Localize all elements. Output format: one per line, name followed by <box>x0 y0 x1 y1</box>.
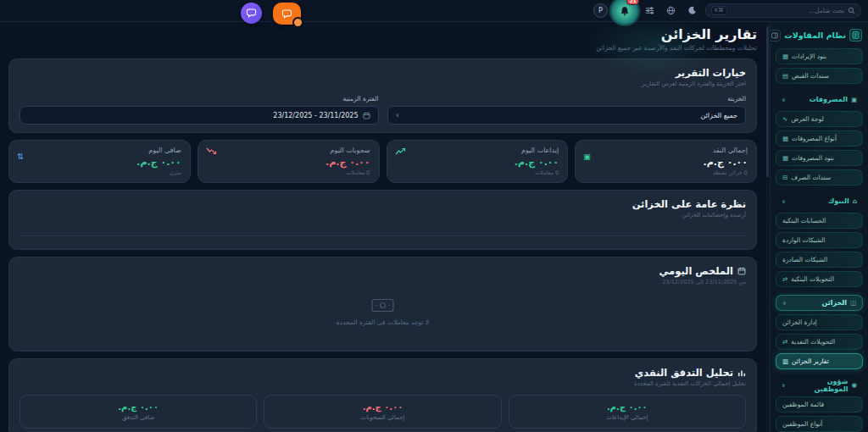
sidebar-entry[interactable]: ⇄ التحويلات البنكية ⇄ ∨ <box>776 271 863 287</box>
sidebar-entry-label: سندات الصرف <box>791 174 831 181</box>
trend-down-icon <box>206 147 217 156</box>
up-down-arrows-icon: ⇅ <box>17 152 24 161</box>
sidebar-entry-label: شؤون الموظفين <box>793 378 849 393</box>
settings-button[interactable] <box>642 3 657 19</box>
report-options-card: خيارات التقرير اختر الخزينة والفترة الزم… <box>8 58 757 133</box>
cash-flow-item: ٠.٠٠ ج.م. إجمالي السحوبات <box>264 395 501 429</box>
calendar-icon <box>737 267 746 275</box>
sidebar-entry[interactable]: إدارة الخزائن ∨ <box>776 314 863 330</box>
sidebar-entry-label: سندات القبض <box>792 72 829 80</box>
summary-range: من 23/11/2025 إلى 23/12/2025 <box>19 279 746 285</box>
scrollbar[interactable] <box>765 22 770 432</box>
stat-card: إيداعات اليوم ٠.٠٠ ج.م. 0 معاملات ▣ ⇅ <box>387 140 569 183</box>
bell-icon <box>620 6 630 16</box>
sidebar-entry-label: التحويلات البنكية <box>791 275 834 283</box>
sidebar-entry-label: لوحة العرض <box>791 115 823 123</box>
bar-chart-icon <box>737 368 746 377</box>
app: ⌘K 21 P نظام المقاولات <box>0 0 868 432</box>
treasuries-overview-card: نظرة عامة على الخزائن أرصدة وإحصائيات ال… <box>8 190 757 250</box>
date-range-input[interactable]: 23/11/2025 - 23/12/2025 <box>19 106 379 125</box>
page-subtitle: تحليلات ومخططات لحركات النقد والأرصدة عب… <box>8 44 757 52</box>
language-button[interactable] <box>663 3 678 19</box>
sidebar-entry[interactable]: قائمة الموظفين ∨ <box>776 396 863 413</box>
sidebar-entry[interactable]: ⇄ التحويلات النقدية ⇄ ∨ <box>776 334 863 350</box>
date-range-value: 23/11/2025 - 23/12/2025 <box>273 112 358 119</box>
sidebar-entry-label: المصروفات <box>810 96 848 103</box>
settings-sliders-icon <box>645 6 654 15</box>
notifications-button[interactable]: 21 <box>614 1 636 21</box>
period-field: الفترة الزمنية 23/11/2025 - 23/12/2025 <box>19 95 379 125</box>
summary-title: الملخص اليومي <box>659 265 733 277</box>
sidebar-entry[interactable]: الحسابات البنكية ∨ <box>776 213 863 229</box>
table-header <box>19 229 746 236</box>
cash-icon: ▣ <box>583 152 591 161</box>
calendar-icon <box>363 112 370 119</box>
sidebar-entry-label: تقارير الخزائن <box>792 357 829 365</box>
sidebar-entry[interactable]: الشيكات الصادرة ∨ <box>776 252 863 268</box>
chat-widget-button[interactable] <box>241 3 262 24</box>
cash-flow-value: ٠.٠٠ ج.م. <box>25 402 251 412</box>
search-input[interactable] <box>731 7 844 14</box>
sidebar-entry[interactable]: ⊟ سندات الصرف ⊟ ∨ <box>776 169 863 186</box>
treasury-selected-value: جميع الخزائن <box>700 112 737 119</box>
stat-label: إيداعات اليوم <box>396 147 559 154</box>
sidebar-entry-label: الخزائن <box>821 299 846 307</box>
sidebar-entry[interactable]: ∿ لوحة العرض ∿ ∨ <box>776 111 863 127</box>
sidebar-entry[interactable]: ▦ أنواع المصروفات ▦ ∨ <box>776 130 863 147</box>
table-body <box>19 236 746 241</box>
stat-subtext: متزن <box>18 169 181 176</box>
sidebar-entry[interactable]: الشيكات الواردة ∨ <box>776 232 863 248</box>
search-icon <box>848 7 855 14</box>
scrollbar-thumb[interactable] <box>766 26 769 177</box>
cash-flow-label: صافي التدفق <box>25 414 251 421</box>
sidebar-nav: ▦ بنود الإيرادات ▦ ∨ ▤ سندات القبض ▤ ∨ ▣… <box>775 48 864 432</box>
stat-subtext: 0 خزائن نشطة <box>584 169 748 176</box>
sidebar-entry[interactable]: ▥ تقارير الخزائن ▥ ∨ <box>776 353 863 369</box>
chevron-down-icon: ∨ <box>782 198 786 204</box>
sidebar-entry[interactable]: ◫ الخزائن ◫ ∨ <box>776 295 863 311</box>
sidebar-entry-label: الشيكات الواردة <box>782 236 825 244</box>
sidebar-entry[interactable]: ▤ سندات القبض ▤ ∨ <box>776 68 863 84</box>
sidebar-entry[interactable]: ⌂ البنوك ⌂ ∨ <box>776 193 863 209</box>
stat-value: ٠.٠٠ ج.م. <box>396 157 559 168</box>
sidebar-entry[interactable]: ▦ بنود المصروفات ▦ ∨ <box>776 150 863 166</box>
sidebar-entry[interactable]: أنواع الموظفين ∨ <box>776 416 863 432</box>
chat-bubble-icon <box>281 8 292 19</box>
main-content: تقارير الخزائن تحليلات ومخططات لحركات ال… <box>0 22 765 432</box>
sidebar-entry-label: أنواع الموظفين <box>782 420 822 428</box>
report-options-subtitle: اختر الخزينة والفترة الزمنية لعرض التقار… <box>19 80 746 87</box>
cash-flow-value: ٠.٠٠ ج.م. <box>270 402 495 412</box>
stat-card: إجمالي النقد ٠.٠٠ ج.م. 0 خزائن نشطة ▣ ⇅ <box>575 140 757 183</box>
sidebar-entry-label: التحويلات النقدية <box>791 338 835 346</box>
sidebar-entry[interactable]: ◉ شؤون الموظفين ◉ ∨ <box>776 377 863 393</box>
app-logo-icon <box>849 29 862 42</box>
activity-icon: ∿ <box>782 116 787 123</box>
stat-value: ٠.٠٠ ج.م. <box>18 157 181 168</box>
sidebar-entry[interactable]: ▦ بنود الإيرادات ▦ ∨ <box>776 48 863 64</box>
overview-title: نظرة عامة على الخزائن <box>19 198 746 210</box>
stat-label: صافي اليوم <box>18 147 181 154</box>
page-title: تقارير الخزائن <box>8 26 757 42</box>
support-chat-button[interactable] <box>273 3 301 25</box>
dark-mode-toggle[interactable] <box>684 3 699 19</box>
transfer-icon: ⇄ <box>782 276 787 283</box>
wallet-icon: ▣ <box>851 97 857 103</box>
empty-state: لا توجد معاملات في الفترة المحددة <box>19 298 746 326</box>
globe-icon <box>666 6 676 15</box>
chat-bubble-icon <box>246 8 257 19</box>
banknote-icon <box>371 298 394 313</box>
user-avatar[interactable]: P <box>593 3 608 18</box>
sidebar-collapse-button[interactable] <box>770 30 781 42</box>
stat-label: سحوبات اليوم <box>207 147 370 154</box>
cash-flow-label: إجمالي السحوبات <box>270 414 495 421</box>
sidebar-entry-label: إدارة الخزائن <box>782 318 817 326</box>
treasury-select[interactable]: جميع الخزائن ∨ <box>387 106 747 125</box>
period-label: الفترة الزمنية <box>19 95 379 102</box>
chevron-down-icon: ∨ <box>396 112 400 119</box>
sidebar-entry-label: بنود المصروفات <box>792 154 834 162</box>
bank-icon: ⌂ <box>853 198 857 205</box>
global-search[interactable]: ⌘K <box>705 3 861 18</box>
transfer-icon: ⇄ <box>782 339 787 346</box>
sidebar-entry[interactable]: ▣ المصروفات ▣ ∨ <box>776 91 863 108</box>
cash-flow-row: ٠.٠٠ ج.م. إجمالي الإيداعات ٠.٠٠ ج.م. إجم… <box>19 395 746 429</box>
